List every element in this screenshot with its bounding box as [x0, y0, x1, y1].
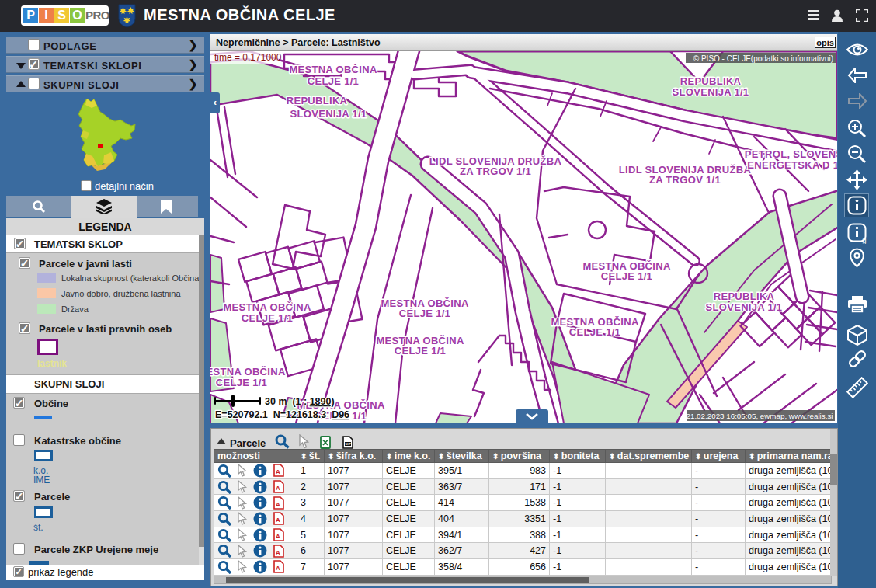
svg-text:CELJE 1/1: CELJE 1/1 — [601, 270, 652, 282]
svg-text:A: A — [276, 485, 280, 492]
svg-text:A: A — [276, 517, 280, 524]
svg-text:E=520792.1 N=121618.3 D96: E=520792.1 N=121618.3 D96 — [215, 409, 349, 420]
svg-text:CELJE 1/1: CELJE 1/1 — [308, 75, 359, 87]
svg-text:SHP: SHP — [345, 443, 351, 446]
svg-text:SLOVENIJA 1/1: SLOVENIJA 1/1 — [290, 108, 367, 120]
svg-text:MESTNA OBČINA: MESTNA OBČINA — [223, 301, 311, 313]
svg-text:MESTNA OBČINA: MESTNA OBČINA — [210, 366, 286, 378]
svg-text:REPUBLIKA: REPUBLIKA — [714, 291, 775, 302]
svg-text:REPUBLIKA: REPUBLIKA — [680, 75, 742, 87]
svg-text:MESTNA OBČINA: MESTNA OBČINA — [289, 64, 377, 75]
svg-text:time = 0.171000: time = 0.171000 — [214, 52, 282, 63]
svg-text:g: g — [862, 236, 867, 244]
svg-text:© PISO - CELJE(podatki so info: © PISO - CELJE(podatki so informativni) — [694, 54, 833, 63]
svg-text:SLOVENIJA 1/1: SLOVENIJA 1/1 — [706, 301, 783, 313]
svg-text:A: A — [276, 501, 280, 508]
svg-text:CELJE 1/1: CELJE 1/1 — [395, 345, 446, 357]
svg-text:A: A — [276, 533, 280, 540]
svg-text:ZA TRGOV 1/1: ZA TRGOV 1/1 — [460, 165, 531, 177]
svg-text:A: A — [276, 468, 280, 475]
svg-text:21.02.2023 16:05:05, ewmap, ww: 21.02.2023 16:05:05, ewmap, www.realis.s… — [687, 412, 833, 420]
svg-text:A: A — [276, 565, 280, 572]
svg-text:CELJE 1/1: CELJE 1/1 — [242, 312, 293, 324]
svg-text:ENERGETSKA D 1/1: ENERGETSKA D 1/1 — [747, 159, 837, 171]
svg-text:CELJE 1/1: CELJE 1/1 — [216, 377, 267, 388]
svg-text:PETROL, SLOVENSK: PETROL, SLOVENSK — [745, 148, 837, 160]
svg-text:SLOVENIJA 1/1: SLOVENIJA 1/1 — [673, 86, 749, 98]
svg-text:CELJE 1/1: CELJE 1/1 — [569, 326, 620, 338]
svg-text:REPUBLIKA: REPUBLIKA — [287, 95, 348, 106]
svg-text:CELJE 1/1: CELJE 1/1 — [399, 308, 450, 319]
svg-text:ZA TRGOV 1/1: ZA TRGOV 1/1 — [649, 174, 721, 186]
svg-text:30 m (1 : 1890): 30 m (1 : 1890) — [265, 396, 335, 407]
svg-text:A: A — [276, 549, 280, 556]
